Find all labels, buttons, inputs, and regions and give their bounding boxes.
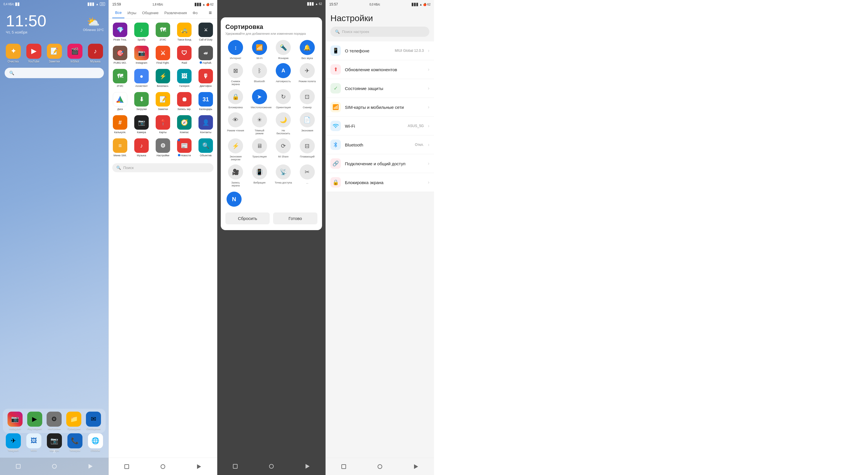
nav-recent-button[interactable] bbox=[85, 461, 96, 472]
tile-wifi[interactable]: 📶 Wi-Fi bbox=[249, 40, 270, 60]
settings-item-bluetooth[interactable]: Bluetooth Откл. › bbox=[326, 136, 434, 154]
tab-photo[interactable]: Фо bbox=[190, 8, 200, 18]
tile-rotate[interactable]: ↻ Ориентация bbox=[273, 89, 294, 109]
tab-games[interactable]: Игры bbox=[124, 8, 139, 18]
list-item[interactable]: 📍 Карты bbox=[153, 114, 173, 136]
nav-home-button-4[interactable] bbox=[374, 461, 386, 472]
list-item[interactable]: 🛡 Raid bbox=[174, 44, 194, 66]
app-item-youtube[interactable]: ▶ YouTube bbox=[25, 44, 42, 63]
tile-nfc[interactable]: N bbox=[226, 191, 242, 207]
tile-airplane[interactable]: ✈ Режим полета bbox=[297, 63, 318, 86]
settings-item-about[interactable]: 📱 О телефоне MIUI Global 12.0.3 › bbox=[326, 41, 434, 60]
dock-item-messages[interactable]: ✉ Сообщения bbox=[86, 412, 101, 430]
dock-item-files[interactable]: 📁 Проводник bbox=[66, 412, 81, 430]
list-item[interactable]: ⚔ Final Fight. bbox=[153, 44, 173, 66]
tile-misc[interactable]: ✂ ... bbox=[297, 165, 318, 187]
list-item[interactable]: 31 Календарь bbox=[195, 90, 216, 112]
list-item[interactable]: 📷 Камера bbox=[131, 114, 152, 136]
settings-item-update[interactable]: ⬆ Обновление компонентов › bbox=[326, 60, 434, 79]
list-item[interactable]: ⬇ Загрузки bbox=[131, 90, 152, 112]
list-item[interactable]: 🎙 Диктофон bbox=[195, 67, 216, 89]
dock-item-settings[interactable]: ⚙ Настройки bbox=[46, 412, 62, 430]
settings-item-connection[interactable]: 🔗 Подключение и общий доступ › bbox=[326, 154, 434, 173]
tile-cast[interactable]: 🖥 Трансляция bbox=[249, 138, 270, 161]
tile-bluetooth[interactable]: ᛒ Bluetooth bbox=[249, 63, 270, 86]
list-item[interactable]: 👤 Контакты bbox=[195, 114, 216, 136]
tile-hotspot[interactable]: 📡 Точка доступа bbox=[273, 165, 294, 187]
tile-location[interactable]: ➤ Местоположение bbox=[249, 89, 270, 109]
list-item[interactable]: 🔍 Объектив bbox=[195, 137, 216, 159]
nav-back-button-3[interactable] bbox=[229, 461, 241, 472]
tile-economy[interactable]: 📄 Экономия bbox=[297, 112, 318, 135]
app-item-music[interactable]: ♪ Музыка bbox=[87, 44, 104, 63]
list-item[interactable]: 🧭 Компас bbox=[174, 114, 194, 136]
dock-item-playmarket[interactable]: ▶ Play Маркет bbox=[27, 412, 42, 430]
app-item-inshot[interactable]: 🎬 InShot bbox=[66, 44, 84, 63]
tile-reading[interactable]: 👁 Режим чтения bbox=[225, 112, 246, 135]
list-item[interactable]: Диск bbox=[110, 90, 130, 112]
tile-lock[interactable]: 🔒 Блокировка bbox=[225, 89, 246, 109]
tab-all[interactable]: Все bbox=[112, 7, 124, 18]
bottom-item-chrome[interactable]: 🌐 Chrome bbox=[88, 433, 103, 452]
tab-menu-icon[interactable]: ≡ bbox=[207, 8, 214, 18]
app-item-ochistka[interactable]: ✦ Очистка bbox=[5, 44, 22, 63]
list-item[interactable]: ♪ Spotify bbox=[131, 21, 152, 43]
settings-item-lockscreen[interactable]: 🔒 Блокировка экрана › bbox=[326, 173, 434, 192]
bottom-item-phone[interactable]: 📞 Телефон bbox=[67, 433, 83, 452]
done-button[interactable]: Готово bbox=[273, 212, 317, 224]
settings-item-security[interactable]: ✓ Состояние защиты › bbox=[326, 79, 434, 98]
nav-home-button-2[interactable] bbox=[157, 461, 169, 472]
app-item-notes[interactable]: 📝 Заметки bbox=[46, 44, 63, 63]
list-item[interactable]: 📰 Новости bbox=[174, 137, 194, 159]
search-bar-2[interactable]: 🔍 Поиск bbox=[112, 163, 214, 172]
list-item[interactable]: 📷 Instagram bbox=[131, 44, 152, 66]
bottom-item-telegram[interactable]: ✈ Telegram bbox=[6, 433, 21, 452]
reset-button[interactable]: Сбросить bbox=[225, 212, 270, 224]
nav-recent-button-2[interactable] bbox=[193, 461, 205, 472]
search-bar[interactable]: 🔍 bbox=[5, 68, 104, 78]
nav-recent-button-3[interactable] bbox=[302, 461, 313, 472]
list-item[interactable]: 💎 Pirate Trea. bbox=[110, 21, 130, 43]
list-item[interactable]: 🗺 2ГИС bbox=[110, 67, 130, 89]
nav-back-button-2[interactable] bbox=[121, 461, 132, 472]
settings-item-wifi[interactable]: Wi-Fi ASUS_5G › bbox=[326, 117, 434, 136]
list-item[interactable]: 🗺 2ГИС bbox=[153, 21, 173, 43]
settings-item-sim[interactable]: 📶 SIM-карты и мобильные сети › bbox=[326, 98, 434, 117]
tile-vibrate[interactable]: 📳 Вибрация bbox=[249, 165, 270, 187]
tile-mute[interactable]: 🔔 Без звука bbox=[297, 40, 318, 60]
list-item[interactable]: ⚙ Настройки bbox=[153, 137, 173, 159]
list-item[interactable]: 🎯 PUBG MO. bbox=[110, 44, 130, 66]
nav-back-button[interactable] bbox=[12, 461, 24, 472]
list-item[interactable]: ⚡ Безопасн. bbox=[153, 67, 173, 89]
tile-powersave[interactable]: ⚡ Экономия энергии bbox=[225, 138, 246, 161]
list-item[interactable]: ♪ Музыка bbox=[131, 137, 152, 159]
list-item[interactable]: ≡ Меню SIM. bbox=[110, 137, 130, 159]
tile-scanner[interactable]: ⊡ Сканер bbox=[297, 89, 318, 109]
nav-home-button[interactable] bbox=[49, 461, 60, 472]
list-item[interactable]: 🖼 Галерея bbox=[174, 67, 194, 89]
tab-entertainment[interactable]: Развлечения bbox=[161, 8, 190, 18]
nav-back-button-4[interactable] bbox=[338, 461, 349, 472]
bottom-item-photos[interactable]: 🖼 Фото bbox=[26, 433, 41, 452]
tile-dark[interactable]: ☀ Тёмный режим bbox=[249, 112, 270, 135]
nav-recent-button-4[interactable] bbox=[410, 461, 422, 472]
tile-screenrec[interactable]: 🎥 Запись экрана bbox=[225, 165, 246, 187]
tile-internet[interactable]: ↕ Интернет bbox=[225, 40, 246, 60]
settings-search[interactable]: 🔍 Поиск настроек bbox=[331, 27, 429, 37]
dock-item-instagram[interactable]: 📷 Instagram bbox=[7, 412, 23, 430]
list-item[interactable]: ⏺ Запись экр. bbox=[174, 90, 194, 112]
tab-communication[interactable]: Общение bbox=[139, 8, 161, 18]
list-item[interactable]: 🚕 Такси Бонд bbox=[174, 21, 194, 43]
tile-mishare[interactable]: ⟳ Mi Share bbox=[273, 138, 294, 161]
list-item[interactable]: ⚔ Call of Duty bbox=[195, 21, 216, 43]
list-item[interactable]: ● Ассистент bbox=[131, 67, 152, 89]
tile-brightness[interactable]: A Автояркость bbox=[273, 63, 294, 86]
tile-screenshot[interactable]: ⊠ Снимок экрана bbox=[225, 63, 246, 86]
list-item[interactable]: 🏎 Asphalt. bbox=[195, 44, 216, 66]
list-item[interactable]: # Калькуля. bbox=[110, 114, 130, 136]
tile-flashlight[interactable]: 🔦 Фонарик bbox=[273, 40, 294, 60]
nav-home-button-3[interactable] bbox=[266, 461, 277, 472]
up-arrow[interactable]: ∧ bbox=[53, 449, 56, 454]
tile-dnd[interactable]: 🌙 Не беспокоить bbox=[273, 112, 294, 135]
tile-float[interactable]: ⊟ Плавающий bbox=[297, 138, 318, 161]
